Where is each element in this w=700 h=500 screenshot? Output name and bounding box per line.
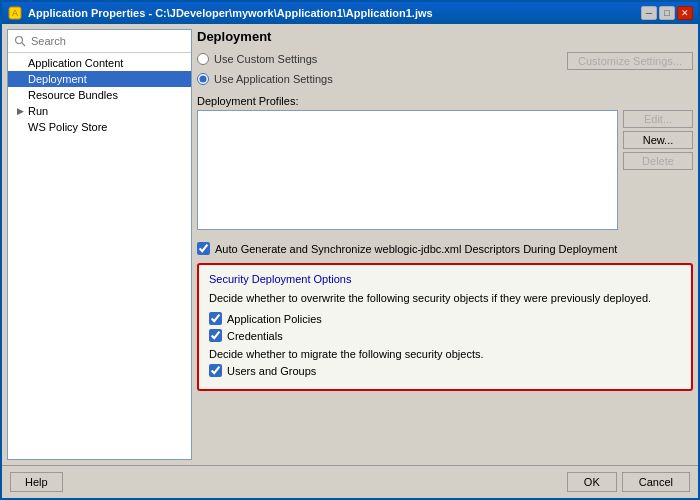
- svg-line-3: [22, 43, 25, 46]
- users-groups-label: Users and Groups: [227, 365, 316, 377]
- credentials-label: Credentials: [227, 330, 283, 342]
- radio-application-row: Use Application Settings: [197, 73, 693, 85]
- main-panel: Deployment Use Custom Settings Customize…: [197, 29, 693, 460]
- sidebar: Application Content Deployment Resource …: [7, 29, 192, 460]
- maximize-button[interactable]: □: [659, 6, 675, 20]
- sidebar-item-application-content[interactable]: Application Content: [8, 55, 191, 71]
- radio-custom-settings[interactable]: [197, 53, 209, 65]
- ok-button[interactable]: OK: [567, 472, 617, 492]
- auto-generate-row: Auto Generate and Synchronize weblogic-j…: [197, 242, 693, 255]
- sidebar-item-run-label: Run: [28, 105, 48, 117]
- help-button[interactable]: Help: [10, 472, 63, 492]
- expand-icon[interactable]: ▶: [14, 105, 26, 117]
- security-desc-overwrite: Decide whether to overwrite the followin…: [209, 291, 681, 306]
- users-groups-checkbox[interactable]: [209, 364, 222, 377]
- credentials-row: Credentials: [209, 329, 681, 342]
- credentials-checkbox[interactable]: [209, 329, 222, 342]
- security-title: Security Deployment Options: [209, 273, 681, 285]
- title-bar: A Application Properties - C:\JDeveloper…: [2, 2, 698, 24]
- profiles-label: Deployment Profiles:: [197, 95, 693, 107]
- sidebar-item-resource-bundles[interactable]: Resource Bundles: [8, 87, 191, 103]
- search-input[interactable]: [31, 35, 187, 47]
- radio-application-label: Use Application Settings: [214, 73, 333, 85]
- panel-title: Deployment: [197, 29, 693, 44]
- search-icon: [12, 33, 28, 49]
- profiles-buttons: Edit... New... Delete: [623, 110, 693, 230]
- radio-custom-label: Use Custom Settings: [214, 53, 317, 65]
- auto-generate-checkbox[interactable]: [197, 242, 210, 255]
- cancel-button[interactable]: Cancel: [622, 472, 690, 492]
- bottom-bar: Help OK Cancel: [2, 465, 698, 498]
- app-policies-checkbox[interactable]: [209, 312, 222, 325]
- application-properties-window: A Application Properties - C:\JDeveloper…: [0, 0, 700, 500]
- profiles-list: [197, 110, 618, 230]
- search-box: [8, 30, 191, 53]
- security-section: Security Deployment Options Decide wheth…: [197, 263, 693, 391]
- bottom-right-buttons: OK Cancel: [567, 472, 690, 492]
- minimize-button[interactable]: ─: [641, 6, 657, 20]
- close-button[interactable]: ✕: [677, 6, 693, 20]
- sidebar-item-run[interactable]: ▶ Run: [8, 103, 191, 119]
- tree-area: Application Content Deployment Resource …: [8, 53, 191, 459]
- window-title: Application Properties - C:\JDeveloper\m…: [28, 7, 641, 19]
- delete-button[interactable]: Delete: [623, 152, 693, 170]
- new-button[interactable]: New...: [623, 131, 693, 149]
- radio-custom-row: Use Custom Settings: [197, 53, 317, 65]
- auto-generate-label: Auto Generate and Synchronize weblogic-j…: [215, 243, 617, 255]
- edit-button[interactable]: Edit...: [623, 110, 693, 128]
- window-icon: A: [7, 5, 23, 21]
- customize-settings-button[interactable]: Customize Settings...: [567, 52, 693, 70]
- security-desc-migrate: Decide whether to migrate the following …: [209, 348, 681, 360]
- window-controls: ─ □ ✕: [641, 6, 693, 20]
- radio-application-settings[interactable]: [197, 73, 209, 85]
- app-policies-label: Application Policies: [227, 313, 322, 325]
- content-area: Application Content Deployment Resource …: [2, 24, 698, 465]
- sidebar-item-deployment[interactable]: Deployment: [8, 71, 191, 87]
- svg-text:A: A: [12, 8, 18, 18]
- svg-point-2: [16, 37, 23, 44]
- profiles-section: Deployment Profiles: Edit... New... Dele…: [197, 95, 693, 230]
- app-policies-row: Application Policies: [209, 312, 681, 325]
- sidebar-item-ws-policy-store[interactable]: WS Policy Store: [8, 119, 191, 135]
- profiles-area: Edit... New... Delete: [197, 110, 693, 230]
- users-groups-row: Users and Groups: [209, 364, 681, 377]
